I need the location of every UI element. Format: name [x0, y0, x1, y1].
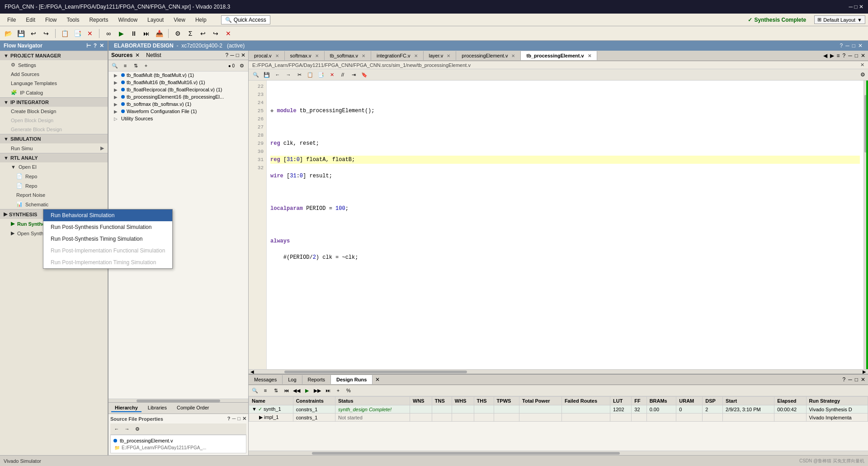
- processingelement-tab-close[interactable]: ✕: [511, 53, 515, 58]
- tab-help-icon[interactable]: ?: [843, 52, 846, 59]
- bottom-tab-messages[interactable]: Messages: [249, 375, 283, 384]
- bottom-tab-reports[interactable]: Reports: [302, 375, 331, 384]
- editor-tab-tbsoftmax[interactable]: tb_softmax.v ✕: [325, 51, 371, 60]
- tab-max-icon[interactable]: □: [855, 52, 858, 59]
- dr-last-btn[interactable]: ⏭: [323, 386, 332, 395]
- simulation-header[interactable]: ▼ SIMULATION: [0, 134, 108, 143]
- compile-order-tab[interactable]: Compile Order: [173, 404, 213, 412]
- editor-cut-btn[interactable]: ✂: [295, 70, 304, 79]
- editor-copy-btn[interactable]: 📋: [306, 70, 315, 79]
- sources-hscroll[interactable]: [108, 399, 248, 402]
- editor-tab-softmax[interactable]: softmax.v ✕: [285, 51, 325, 60]
- editor-tab-tbprocessingelement[interactable]: tb_processingElement.v ✕: [521, 51, 597, 60]
- bottom-max-icon[interactable]: □: [855, 376, 858, 383]
- nav-run-simulation[interactable]: Run Simu ▶: [0, 143, 108, 153]
- editor-forward-btn[interactable]: →: [284, 70, 293, 79]
- menu-edit[interactable]: Edit: [21, 15, 40, 24]
- toolbar-step-btn[interactable]: ⏭: [141, 28, 152, 39]
- sim-dd-post-synth-timing[interactable]: Run Post-Synthesis Timing Simulation: [43, 233, 172, 245]
- bottom-min-icon[interactable]: ─: [848, 376, 852, 383]
- netlist-tab[interactable]: Netlist: [146, 52, 161, 58]
- editor-bookmark-btn[interactable]: 🔖: [360, 70, 369, 79]
- editor-indent-btn[interactable]: ⇥: [349, 70, 358, 79]
- editor-paste-btn[interactable]: 📑: [316, 70, 326, 79]
- toolbar-run-btn[interactable]: ▶: [116, 28, 127, 39]
- toolbar-pause-btn[interactable]: ⏸: [128, 28, 139, 39]
- bottom-tab-log[interactable]: Log: [283, 375, 302, 384]
- dr-percent-btn[interactable]: %: [344, 386, 353, 395]
- bottom-help-icon[interactable]: ?: [843, 376, 846, 383]
- panel-help-icon[interactable]: ?: [226, 52, 229, 58]
- tbsoftmax-tab-close[interactable]: ✕: [362, 53, 365, 58]
- dr-filter-btn[interactable]: ≡: [261, 386, 270, 395]
- toolbar-import-btn[interactable]: 📥: [154, 28, 165, 39]
- editor-tab-processingelement[interactable]: processingElement.v ✕: [456, 51, 521, 60]
- table-row-synth1[interactable]: ▼ ✓ synth_1 constrs_1 synth_design Compl…: [249, 405, 868, 414]
- ip-integrator-header[interactable]: ▼ IP INTEGRATOR: [0, 97, 108, 107]
- source-item-tbfloatmult16[interactable]: ▶ tb_floatMult16 (tb_floatMult16.v) (1): [108, 79, 248, 86]
- hierarchy-tab[interactable]: Hierarchy: [111, 404, 142, 412]
- toolbar-delete-btn[interactable]: ✕: [85, 28, 95, 39]
- sfp-help-icon[interactable]: ?: [227, 416, 231, 422]
- panel-minimize-icon[interactable]: ─: [230, 52, 234, 58]
- close-button[interactable]: ✕: [859, 4, 863, 10]
- tab-min-icon[interactable]: ─: [848, 52, 852, 59]
- menu-view[interactable]: View: [169, 15, 190, 24]
- bottom-close-icon[interactable]: ✕: [861, 376, 865, 383]
- tab-list-icon[interactable]: ≡: [837, 52, 840, 59]
- elab-minimize-icon[interactable]: ─: [845, 43, 849, 49]
- sfp-minimize-icon[interactable]: ─: [232, 416, 236, 422]
- menu-file[interactable]: File: [3, 15, 20, 24]
- tab-next-icon[interactable]: ▶: [830, 52, 834, 59]
- menu-flow[interactable]: Flow: [41, 15, 61, 24]
- project-manager-header[interactable]: ▼ PROJECT MANAGER: [0, 51, 108, 60]
- menu-window[interactable]: Window: [113, 15, 142, 24]
- design-runs-close-icon[interactable]: ✕: [373, 375, 382, 385]
- bottom-hscroll[interactable]: [249, 451, 868, 455]
- flow-nav-close-icon[interactable]: ✕: [99, 43, 104, 49]
- source-item-waveform[interactable]: ▶ Waveform Configuration File (1): [108, 108, 248, 115]
- source-item-utility[interactable]: ▷ Utility Sources: [108, 115, 248, 122]
- toolbar-undo-btn[interactable]: ↩: [28, 28, 39, 39]
- editor-tab-layer[interactable]: layer.v ✕: [424, 51, 457, 60]
- tbprocessingelement-tab-close[interactable]: ✕: [588, 53, 591, 58]
- nav-add-sources[interactable]: Add Sources: [0, 70, 108, 79]
- menu-layout[interactable]: Layout: [143, 15, 168, 24]
- nav-report-timing[interactable]: 📄 Repo: [0, 171, 108, 181]
- search-tool-btn[interactable]: 🔍: [110, 61, 119, 70]
- tab-prev-icon[interactable]: ◀: [823, 52, 827, 59]
- nav-ip-catalog[interactable]: 🧩 IP Catalog: [0, 88, 108, 97]
- libraries-tab[interactable]: Libraries: [144, 404, 170, 412]
- toolbar-paste-btn[interactable]: 📑: [72, 28, 83, 39]
- procal-tab-close[interactable]: ✕: [275, 53, 279, 58]
- toolbar-settings-btn[interactable]: ⚙: [172, 28, 183, 39]
- editor-comment-btn[interactable]: //: [338, 70, 347, 79]
- dr-add-btn[interactable]: +: [334, 386, 343, 395]
- panel-close-icon[interactable]: ✕: [241, 52, 245, 58]
- sources-close-icon[interactable]: ✕: [135, 52, 140, 58]
- toolbar-redo-btn[interactable]: ↪: [41, 28, 52, 39]
- editor-back-btn[interactable]: ←: [273, 70, 282, 79]
- nav-create-block-design[interactable]: Create Block Design: [0, 107, 108, 116]
- layout-dropdown[interactable]: ⊞ Default Layout ▼: [814, 15, 865, 24]
- sort-tool-btn[interactable]: ⇅: [131, 61, 140, 70]
- dr-run-btn[interactable]: ▶: [302, 386, 311, 395]
- flow-nav-help-icon[interactable]: ?: [94, 43, 97, 49]
- editor-tab-procal[interactable]: procal.v ✕: [249, 51, 285, 60]
- integrationfc-tab-close[interactable]: ✕: [414, 53, 418, 58]
- dr-prev-btn[interactable]: ◀◀: [292, 386, 301, 395]
- rtl-analysis-header[interactable]: ▼ RTL ANALY: [0, 153, 108, 162]
- sfp-maximize-icon[interactable]: □: [237, 416, 241, 422]
- nav-settings[interactable]: ⚙ Settings: [0, 60, 108, 70]
- editor-tab-integrationfc[interactable]: integrationFC.v ✕: [371, 51, 424, 60]
- dr-first-btn[interactable]: ⏮: [282, 386, 291, 395]
- menu-reports[interactable]: Reports: [85, 15, 113, 24]
- editor-delete-btn[interactable]: ✕: [327, 70, 336, 79]
- toolbar-close-btn[interactable]: ✕: [223, 28, 234, 39]
- panel-maximize-icon[interactable]: □: [236, 52, 239, 58]
- source-item-tbsoftmax[interactable]: ▶ tb_softmax (tb_softmax.v) (1): [108, 100, 248, 108]
- editor-save-btn[interactable]: 💾: [262, 70, 271, 79]
- menu-tools[interactable]: Tools: [62, 15, 84, 24]
- source-item-tbfloatrecip[interactable]: ▶ tb_floatReciprocal (tb_floatReciprocal…: [108, 86, 248, 93]
- dr-search-btn[interactable]: 🔍: [250, 386, 259, 395]
